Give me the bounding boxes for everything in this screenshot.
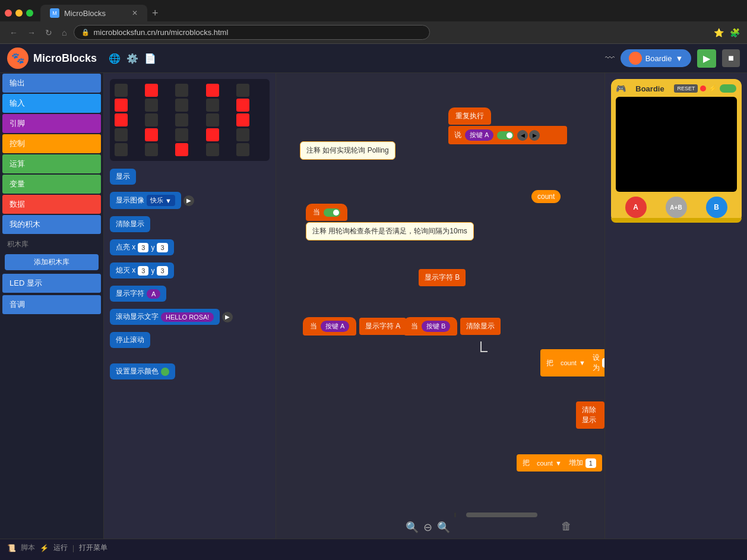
url-input[interactable]: 🔒 microblocksfun.cn/run/microblocks.html	[74, 25, 430, 40]
block-stop-scroll[interactable]: 停止滚动	[110, 332, 150, 348]
canvas-when-key-b[interactable]: 当 按键 B 清除显示	[404, 317, 501, 336]
sidebar-item-control[interactable]: 控制	[2, 134, 101, 153]
waveform-icon[interactable]: 〰	[605, 53, 615, 64]
canvas-show-char-b[interactable]: 显示字符 B	[419, 269, 466, 286]
led-cell[interactable]	[175, 84, 188, 97]
block-display[interactable]: 显示	[110, 169, 136, 185]
block-clear-display[interactable]: 清除显示	[110, 216, 150, 232]
open-menu-label[interactable]: 打开菜单	[79, 543, 107, 553]
canvas-scrollbar[interactable]	[454, 512, 456, 517]
sidebar-item-output[interactable]: 输出	[2, 74, 101, 93]
led-cell[interactable]	[206, 128, 219, 141]
sidebar-item-sound[interactable]: 音调	[2, 295, 101, 314]
hw-button-a[interactable]: A	[625, 197, 647, 218]
canvas-when-block[interactable]: 当 注释 用轮询检查条件是否满足，轮询间隔为10ms	[306, 204, 474, 241]
canvas-clear-display2[interactable]: 清除显示	[576, 401, 604, 429]
light-y-value[interactable]: 3	[157, 243, 167, 252]
home-button[interactable]: ⌂	[59, 27, 69, 39]
sidebar-item-myblock[interactable]: 我的积木	[2, 215, 101, 234]
delete-icon[interactable]: 🗑	[561, 520, 572, 533]
light-x-value[interactable]: 3	[138, 243, 148, 252]
reset-button[interactable]: RESET	[674, 84, 698, 93]
zoom-out-button[interactable]: 🔍	[406, 521, 419, 534]
extensions-button[interactable]: 🧩	[730, 28, 740, 37]
dark-x-value[interactable]: 3	[138, 266, 148, 276]
inc-count-value[interactable]: 1	[585, 458, 596, 468]
bookmark-button[interactable]: ⭐	[714, 28, 724, 37]
led-cell[interactable]	[206, 84, 219, 97]
led-cell[interactable]	[175, 143, 188, 156]
led-cell[interactable]	[236, 143, 249, 156]
nav-left[interactable]: ◀	[517, 130, 528, 141]
led-cell[interactable]	[145, 99, 158, 112]
show-image-play-icon[interactable]: ▶	[183, 195, 194, 206]
zoom-in-button[interactable]: 🔍	[437, 521, 450, 534]
window-minimize[interactable]	[15, 10, 23, 17]
canvas-inc-count[interactable]: 把 count ▼ 增加 1	[517, 454, 602, 472]
led-cell[interactable]	[236, 99, 249, 112]
sidebar-item-input[interactable]: 输入	[2, 94, 101, 113]
led-cell[interactable]	[115, 113, 128, 126]
browser-tab[interactable]: M MicroBlocks ✕	[40, 5, 147, 21]
block-scroll-text[interactable]: 滚动显示文字 HELLO ROSA!	[110, 309, 220, 325]
canvas-repeat-block[interactable]: 重复执行 说 按键 A ◀ ▶	[448, 107, 604, 144]
canvas-area[interactable]: false 注释 如何实现轮询 Polling 重复执行 说 按键 A	[276, 73, 604, 539]
led-cell[interactable]	[206, 113, 219, 126]
refresh-button[interactable]: ↻	[43, 27, 55, 39]
forward-button[interactable]: →	[25, 27, 38, 39]
power-toggle[interactable]	[720, 84, 736, 93]
globe-icon[interactable]: 🌐	[109, 53, 121, 64]
led-cell[interactable]	[236, 84, 249, 97]
sidebar-item-operation[interactable]: 运算	[2, 154, 101, 173]
inc-count-var[interactable]: count ▼	[532, 458, 566, 468]
new-tab-button[interactable]: +	[152, 7, 159, 20]
scroll-play-icon[interactable]: ▶	[222, 312, 233, 322]
sidebar-item-variable[interactable]: 变量	[2, 175, 101, 194]
led-cell[interactable]	[145, 143, 158, 156]
boardie-connect-button[interactable]: Boardie ▼	[621, 49, 692, 67]
block-light-off[interactable]: 熄灭 x 3 y 3	[110, 262, 174, 279]
run-label[interactable]: 运行	[53, 543, 68, 553]
canvas-when-key-a[interactable]: 当 按键 A 显示字符 A	[303, 317, 406, 336]
led-cell[interactable]	[145, 84, 158, 97]
led-cell[interactable]	[175, 99, 188, 112]
led-cell[interactable]	[236, 128, 249, 141]
set-count-var[interactable]: count ▼	[556, 358, 590, 368]
led-cell[interactable]	[145, 128, 158, 141]
led-cell[interactable]	[115, 84, 128, 97]
show-char-value[interactable]: A	[147, 289, 160, 299]
block-show-char[interactable]: 显示字符 A	[110, 286, 166, 302]
tab-close-button[interactable]: ✕	[132, 9, 138, 17]
block-light-on[interactable]: 点亮 x 3 y 3	[110, 239, 174, 255]
dark-y-value[interactable]: 3	[157, 266, 167, 276]
show-image-dropdown[interactable]: 快乐▼	[147, 195, 175, 206]
zoom-reset-button[interactable]: ⊖	[423, 521, 432, 534]
toggle-on[interactable]	[497, 131, 514, 140]
set-count-value[interactable]: 0	[602, 358, 604, 368]
sidebar-item-pin[interactable]: 引脚	[2, 114, 101, 133]
led-cell[interactable]	[115, 143, 128, 156]
led-cell[interactable]	[145, 113, 158, 126]
nav-right[interactable]: ▶	[529, 130, 540, 141]
sidebar-item-led[interactable]: LED 显示	[2, 274, 101, 293]
window-close[interactable]	[5, 10, 12, 17]
led-cell[interactable]	[175, 128, 188, 141]
back-button[interactable]: ←	[7, 27, 20, 39]
led-cell[interactable]	[236, 113, 249, 126]
led-cell[interactable]	[206, 99, 219, 112]
file-icon[interactable]: 📄	[144, 53, 156, 64]
hw-button-ab[interactable]: A+B	[666, 197, 687, 218]
canvas-comment-1[interactable]: 注释 如何实现轮询 Polling	[300, 141, 395, 160]
canvas-set-count[interactable]: 把 count ▼ 设为 0	[540, 349, 604, 377]
when-toggle[interactable]	[324, 208, 340, 217]
led-cell[interactable]	[115, 99, 128, 112]
window-maximize[interactable]	[26, 10, 33, 17]
scroll-text-value[interactable]: HELLO ROSA!	[161, 312, 214, 322]
settings-icon[interactable]: ⚙️	[126, 53, 138, 64]
stop-button[interactable]: ■	[722, 49, 740, 67]
play-button[interactable]: ▶	[697, 49, 716, 68]
hw-button-b[interactable]: B	[706, 197, 727, 218]
led-cell[interactable]	[175, 113, 188, 126]
block-show-image[interactable]: 显示图像 快乐▼	[110, 192, 181, 209]
sidebar-item-data[interactable]: 数据	[2, 195, 101, 214]
